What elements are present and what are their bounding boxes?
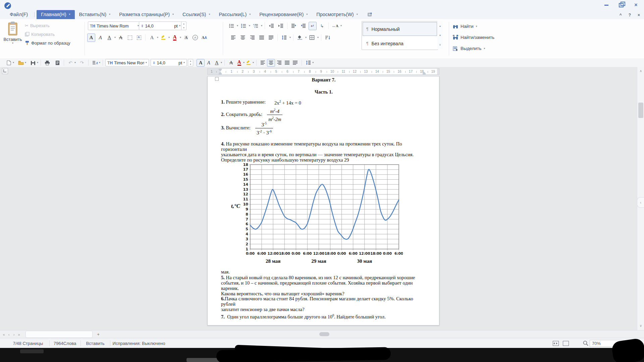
chevron-down-icon[interactable]: ▾ xyxy=(25,61,26,64)
char-shading-button[interactable]: A xyxy=(135,34,143,42)
fit-width-icon[interactable] xyxy=(553,341,559,346)
chevron-down-icon[interactable]: ▾ xyxy=(157,36,158,39)
paste-button[interactable]: Вставить ▾ xyxy=(3,21,22,45)
ribbon-collapse-button[interactable]: ^ xyxy=(620,13,622,17)
menu-file[interactable]: Файл(F) xyxy=(5,10,32,19)
scroll-down-button[interactable]: ∨ xyxy=(637,322,644,328)
superscript-button[interactable]: AA xyxy=(200,34,208,42)
open-button[interactable] xyxy=(17,59,25,67)
right-indent-marker-box[interactable] xyxy=(423,73,426,75)
quick-align-right-button[interactable] xyxy=(275,59,283,67)
underline-button[interactable]: A xyxy=(105,34,113,42)
justify-button[interactable] xyxy=(258,34,266,42)
print-button[interactable] xyxy=(43,59,51,67)
style-normal[interactable]: ¶ Нормальный xyxy=(363,22,437,36)
word-count[interactable]: 7964Слова xyxy=(49,338,80,348)
plugin-icon[interactable] xyxy=(367,12,372,17)
quick-size-stepper[interactable]: ▴▾ xyxy=(188,59,193,66)
styles-up-button[interactable]: ▴ xyxy=(437,21,443,31)
quick-distributed-button[interactable] xyxy=(291,59,299,67)
menu-tab-mailings[interactable]: Рассылки(L)▾ xyxy=(214,10,255,19)
document-close-button[interactable]: × xyxy=(638,13,640,17)
quick-font-name-select[interactable]: TH Times New Rom ▾ xyxy=(105,59,149,66)
print-preview-button[interactable] xyxy=(53,59,61,67)
chevron-down-icon[interactable]: ▾ xyxy=(306,13,308,16)
quick-highlight-button[interactable] xyxy=(245,59,253,67)
quick-italic-button[interactable]: A xyxy=(205,59,213,67)
strikethrough-button[interactable]: A xyxy=(117,34,125,42)
chevron-down-icon[interactable]: ▾ xyxy=(484,47,485,50)
first-tab-button[interactable]: « xyxy=(1,332,6,337)
quick-underline-button[interactable]: A xyxy=(213,59,221,67)
line-spacing-button[interactable] xyxy=(280,34,288,42)
quick-strikethrough-button[interactable]: A xyxy=(227,59,235,67)
chevron-down-icon[interactable]: ▾ xyxy=(305,36,307,39)
insert-mode[interactable]: Вставить xyxy=(80,338,110,348)
select-button[interactable]: Выделить▾ xyxy=(453,44,494,53)
cut-button[interactable]: ✂Вырезать xyxy=(25,21,70,30)
decrease-indent-button[interactable] xyxy=(267,22,275,30)
chevron-down-icon[interactable]: ▾ xyxy=(168,36,170,39)
new-tab-button[interactable]: + xyxy=(95,331,101,337)
save-button[interactable] xyxy=(29,59,37,67)
chevron-down-icon[interactable]: ▾ xyxy=(114,36,116,39)
chevron-down-icon[interactable]: ▾ xyxy=(237,24,238,27)
format-painter-button[interactable]: Формат по образцу xyxy=(25,39,70,47)
distributed-button[interactable] xyxy=(267,34,275,42)
sidebar-flyout-button[interactable]: ‹ xyxy=(637,197,644,208)
chevron-down-icon[interactable]: ▾ xyxy=(69,13,70,16)
chevron-down-icon[interactable]: ▾ xyxy=(74,61,76,64)
chevron-down-icon[interactable]: ▾ xyxy=(13,61,14,64)
bullets-button[interactable] xyxy=(227,22,235,30)
text-wrap-button[interactable]: ↳ xyxy=(318,22,326,30)
numbering-button[interactable] xyxy=(239,22,248,30)
menu-tab-references[interactable]: Ссылки(S)▾ xyxy=(178,10,214,19)
chevron-down-icon[interactable]: ▾ xyxy=(261,24,262,27)
char-scale-button[interactable]: A xyxy=(182,34,190,42)
text-effects-button[interactable]: A xyxy=(148,34,156,42)
window-restore-button[interactable] xyxy=(618,2,625,8)
quick-line-spacing-button[interactable] xyxy=(304,59,312,67)
menu-tab-home[interactable]: Главная(H)▾ xyxy=(37,10,74,19)
document-tab[interactable] xyxy=(25,331,93,338)
window-close-button[interactable]: × xyxy=(633,2,639,8)
quick-align-center-button[interactable] xyxy=(267,59,275,67)
chevron-down-icon[interactable]: ▾ xyxy=(289,36,291,39)
quick-font-size-select[interactable]: ⇕ 14,0 pt ▾ xyxy=(151,59,187,66)
horizontal-scroll-thumb[interactable] xyxy=(319,332,329,336)
highlight-color-button[interactable] xyxy=(159,34,167,42)
window-minimize-button[interactable] xyxy=(603,2,610,8)
scroll-up-button[interactable]: ∧ xyxy=(637,68,644,74)
copy-button[interactable]: Копировать xyxy=(25,30,70,39)
align-right-button[interactable] xyxy=(248,34,256,42)
ruler[interactable]: 1 12345678910111213141516171819 xyxy=(207,68,439,75)
font-size-stepper[interactable]: ▴ ▾ xyxy=(181,21,186,30)
multilevel-list-button[interactable] xyxy=(252,22,260,30)
format-styles-button[interactable]: A xyxy=(91,59,99,67)
document-page[interactable]: Вариант 7. Часть 1. 1. Решите уравнение:… xyxy=(207,76,439,325)
font-name-select[interactable]: TH Times New Rom ▾ xyxy=(88,21,141,30)
quick-bold-button[interactable]: A xyxy=(197,59,205,67)
char-border-button[interactable] xyxy=(126,34,134,42)
chevron-down-icon[interactable]: ▾ xyxy=(249,13,251,16)
menu-tab-insert[interactable]: Вставить(N)▾ xyxy=(75,10,115,19)
track-changes-status[interactable]: Исправления: Выключено xyxy=(110,338,168,348)
chevron-down-icon[interactable]: ▾ xyxy=(357,13,358,16)
vertical-scroll-thumb[interactable] xyxy=(638,103,643,118)
prev-tab-button[interactable]: ‹ xyxy=(6,332,11,337)
rtl-paragraph-button[interactable] xyxy=(299,22,307,30)
redo-button[interactable]: ↷ xyxy=(78,59,86,67)
italic-button[interactable]: A xyxy=(96,34,104,42)
char-spacing-button[interactable]: ↔A xyxy=(331,22,339,30)
style-no-spacing[interactable]: ¶ Без интервала xyxy=(363,37,437,50)
font-size-select[interactable]: ⇕ 14,0 pt ▾ xyxy=(139,21,182,30)
menu-tab-review[interactable]: Рецензирование(R)▾ xyxy=(255,10,312,19)
chevron-down-icon[interactable]: ▾ xyxy=(209,13,210,16)
chevron-down-icon[interactable]: ▾ xyxy=(340,24,342,27)
zoom-magnifier-icon[interactable] xyxy=(583,341,588,346)
chevron-down-icon[interactable]: ▾ xyxy=(221,61,222,64)
page-count[interactable]: 7/48 Страницы xyxy=(7,338,49,348)
fit-page-icon[interactable] xyxy=(563,341,569,346)
align-center-button[interactable] xyxy=(239,34,247,42)
spin-up-icon[interactable]: ▴ xyxy=(181,22,186,26)
